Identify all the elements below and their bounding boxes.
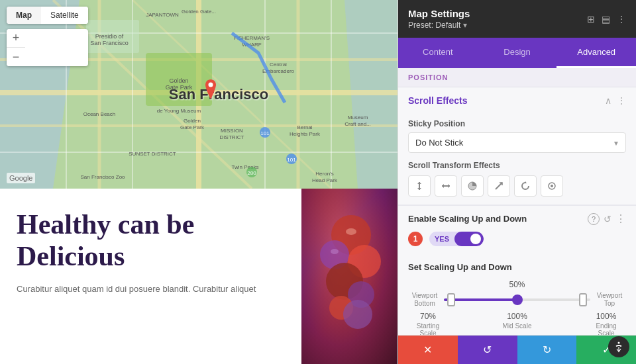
svg-point-58: [346, 228, 356, 235]
position-section-label: POSITION: [398, 68, 636, 87]
svg-text:101: 101: [287, 157, 296, 163]
svg-text:Presidio of: Presidio of: [95, 33, 124, 40]
slider-title: Set Scaling Up and Down: [408, 262, 626, 272]
map-type-toggle[interactable]: Map Satellite: [7, 7, 88, 24]
svg-text:Gate Park: Gate Park: [180, 124, 205, 130]
svg-point-57: [343, 300, 372, 329]
ending-scale-item: 100% EndingScale: [586, 312, 626, 335]
svg-text:JAPANTOWN: JAPANTOWN: [146, 12, 179, 18]
svg-text:Heron's: Heron's: [315, 171, 333, 177]
panel-header-left: Map Settings Preset: Default ▾: [408, 8, 470, 30]
panel-header: Map Settings Preset: Default ▾ ⊞ ▤ ⋮: [398, 0, 636, 38]
tab-design[interactable]: Design: [478, 38, 557, 68]
svg-line-63: [496, 183, 502, 189]
svg-text:Gate Park: Gate Park: [166, 84, 193, 91]
sticky-position-select[interactable]: Do Not Stick Stick to Top Stick to Botto…: [408, 132, 626, 153]
svg-text:Golden: Golden: [169, 77, 188, 84]
slider-left-handle[interactable]: [447, 293, 455, 306]
accessibility-button[interactable]: [608, 336, 629, 357]
svg-text:Head Park: Head Park: [312, 177, 338, 183]
toggle-switch[interactable]: [454, 232, 484, 246]
badge-number: 1: [408, 232, 423, 246]
slider-percentage: 50%: [408, 280, 626, 289]
toggle-yes-group[interactable]: YES: [429, 232, 484, 246]
svg-text:DISTRICT: DISTRICT: [220, 134, 244, 140]
svg-text:101: 101: [260, 130, 270, 136]
enable-scaling-more-icon[interactable]: ⋮: [615, 212, 626, 225]
columns-icon[interactable]: ▤: [602, 14, 610, 24]
preset-label: Preset: Default: [408, 21, 460, 30]
panel-preset: Preset: Default ▾: [408, 21, 470, 30]
scale-labels: 70% StartingScale 100% Mid Scale 100% En…: [408, 312, 626, 335]
scroll-effects-title: Scroll Effects: [408, 95, 467, 106]
enable-scaling-header: Enable Scaling Up and Down ? ↺ ⋮: [408, 212, 626, 225]
map-type-satellite-btn[interactable]: Satellite: [41, 7, 88, 24]
svg-text:San Francisco Zoo: San Francisco Zoo: [80, 174, 125, 180]
header-icons: ⊞ ▤ ⋮: [587, 14, 626, 24]
svg-point-66: [618, 342, 620, 344]
undo-button[interactable]: ↺: [458, 336, 517, 364]
zoom-in-btn[interactable]: +: [7, 29, 25, 48]
starting-scale-name: StartingScale: [408, 322, 448, 335]
toggle-row: 1 YES: [408, 232, 626, 246]
zoom-out-btn[interactable]: −: [7, 48, 25, 66]
slider-track-wrapper: Viewport Bottom Viewport To: [408, 292, 626, 308]
sticky-position-label: Sticky Position: [408, 119, 626, 128]
slider-section: Set Scaling Up and Down 50% Viewport Bot…: [398, 262, 636, 335]
map-container: Presidio of San Francisco Golden Gate Pa…: [0, 0, 398, 189]
ending-scale-name: EndingScale: [586, 322, 626, 335]
vertical-motion-btn[interactable]: [408, 175, 431, 197]
google-label: Google: [7, 173, 35, 183]
scroll-effects-header: Scroll Effects ∧ ⋮: [398, 87, 636, 114]
fullscreen-icon[interactable]: ⊞: [587, 14, 595, 24]
toggle-yes-label: YES: [429, 232, 454, 246]
svg-text:MISSION: MISSION: [221, 128, 243, 134]
enable-scaling-label: Enable Scaling Up and Down: [408, 214, 584, 224]
slider-mid-thumb[interactable]: [512, 295, 523, 305]
help-icon[interactable]: ?: [588, 213, 600, 225]
section-actions: ∧ ⋮: [605, 95, 626, 106]
zoom-controls: + −: [7, 29, 88, 66]
tab-advanced[interactable]: Advanced: [556, 38, 636, 68]
rotate-btn[interactable]: [514, 175, 537, 197]
reset-icon[interactable]: ↺: [604, 214, 611, 224]
food-image: [301, 189, 398, 364]
redo-button[interactable]: ↻: [517, 336, 577, 364]
horizontal-motion-btn[interactable]: [435, 175, 457, 197]
svg-text:Central: Central: [270, 62, 287, 68]
svg-text:Golden Gate...: Golden Gate...: [182, 9, 216, 15]
svg-text:Museum: Museum: [348, 114, 368, 120]
slider-track-area: 50% Viewport Bottom: [408, 280, 626, 308]
panel-title: Map Settings: [408, 8, 470, 19]
viewport-top-label: Viewport Top: [593, 292, 626, 308]
scroll-transform-section: Scroll Transform Effects: [398, 161, 636, 205]
map-type-map-btn[interactable]: Map: [7, 7, 41, 24]
svg-text:Craft and...: Craft and...: [344, 121, 371, 127]
slider-track[interactable]: [444, 298, 590, 301]
section-more-icon[interactable]: ⋮: [617, 95, 626, 106]
right-panel: Map Settings Preset: Default ▾ ⊞ ▤ ⋮ Con…: [398, 0, 636, 364]
page-subtext: Curabitur aliquet quam id dui posuere bl…: [17, 283, 285, 296]
cancel-button[interactable]: ✕: [398, 336, 458, 364]
svg-text:Ocean Beach: Ocean Beach: [83, 111, 115, 117]
panel-body: POSITION Scroll Effects ∧ ⋮ Sticky Posit…: [398, 68, 636, 335]
more-options-icon[interactable]: ⋮: [617, 14, 626, 24]
slider-right-handle[interactable]: [579, 293, 587, 306]
tab-bar: Content Design Advanced: [398, 38, 636, 68]
svg-text:SUNSET DISTRICT: SUNSET DISTRICT: [129, 151, 176, 157]
scroll-effects-section: Scroll Effects ∧ ⋮ Sticky Position Do No…: [398, 87, 636, 205]
svg-point-65: [551, 185, 553, 187]
svg-text:de Young Museum: de Young Museum: [157, 108, 201, 114]
blur-btn[interactable]: [488, 175, 510, 197]
opacity-btn[interactable]: [461, 175, 484, 197]
tab-content[interactable]: Content: [398, 38, 478, 68]
svg-text:280: 280: [247, 170, 256, 176]
svg-text:San Francisco: San Francisco: [90, 40, 129, 46]
color-btn[interactable]: [541, 175, 563, 197]
preset-arrow[interactable]: ▾: [463, 21, 467, 30]
sticky-position-select-wrapper: Do Not Stick Stick to Top Stick to Botto…: [408, 132, 626, 153]
scroll-transform-label: Scroll Transform Effects: [408, 161, 626, 170]
mid-scale-name: Mid Scale: [498, 322, 537, 330]
collapse-icon[interactable]: ∧: [605, 95, 611, 106]
toggle-knob: [470, 234, 481, 244]
